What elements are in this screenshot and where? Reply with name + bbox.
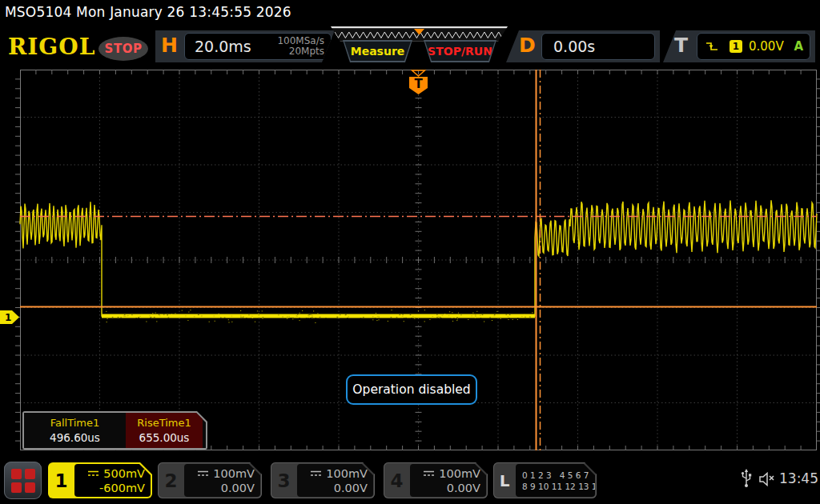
trigger-sweep-mode: A (794, 39, 803, 54)
channel3-number: 3 (271, 462, 297, 498)
logic-label: L (493, 462, 516, 498)
measure-button-label: Measure (351, 45, 405, 58)
channel2-number: 2 (158, 462, 184, 498)
menu-button[interactable] (4, 462, 42, 499)
channel1-marker-label: 1 (5, 312, 11, 323)
channel1-position-marker[interactable]: 1 (0, 310, 19, 324)
delay-label: D (519, 34, 536, 57)
sample-rate: 100MSa/s (277, 35, 324, 46)
channel2-button[interactable]: 2 100mV 0.00V (158, 462, 262, 498)
message-popup: Operation disabled (346, 374, 477, 405)
trigger-source-badge: 1 (730, 40, 742, 53)
horizontal-values: 20.0ms 100MSa/s 20Mpts (184, 33, 332, 60)
channel3-button[interactable]: 3 100mV 0.00V (271, 462, 375, 498)
measurement-name: FallTime1 (50, 417, 100, 429)
channel1-scale: 500mV (103, 466, 145, 481)
channel3-scale: 100mV (326, 466, 368, 481)
channel4-scale: 100mV (439, 466, 480, 481)
memory-depth: 20Mpts (289, 46, 324, 57)
model-and-datetime: MSO5104 Mon January 26 13:45:55 2026 (5, 4, 291, 20)
channel1-number: 1 (48, 462, 74, 498)
menu-grid-icon (11, 469, 35, 493)
channel1-button[interactable]: 1 500mV -600mV (48, 462, 152, 498)
horizontal-panel[interactable]: H 20.0ms 100MSa/s 20Mpts (155, 30, 335, 62)
trigger-panel[interactable]: T 1 0.00V A (663, 30, 815, 62)
falling-edge-icon (705, 41, 718, 52)
channel4-number: 4 (384, 462, 410, 498)
measure-button[interactable]: Measure (343, 40, 412, 62)
usb-icon (741, 469, 752, 488)
speaker-muted-icon (758, 472, 776, 486)
measurement-value: 655.00us (139, 431, 190, 444)
waveform-overview-strip[interactable] (331, 26, 508, 42)
dc-coupling-icon (197, 470, 209, 478)
measurement-falltime[interactable]: FallTime1 496.60us (24, 413, 126, 448)
timebase-value: 20.0ms (195, 38, 251, 55)
trigger-label: T (674, 34, 688, 57)
message-text: Operation disabled (352, 382, 470, 397)
dc-coupling-icon (423, 470, 435, 478)
measurement-value: 496.60us (50, 431, 100, 444)
measurement-panel: FallTime1 496.60us RiseTime1 655.00us (22, 411, 207, 450)
delay-panel[interactable]: D 0.00s (506, 30, 660, 62)
delay-value: 0.00s (553, 38, 595, 55)
horizontal-label: H (161, 34, 178, 57)
stop-run-button-label: STOP/RUN (428, 45, 492, 58)
logic-channels-row1: 0 1 2 3 4 5 6 7 (522, 470, 595, 481)
channel4-button[interactable]: 4 100mV 0.00V (384, 462, 488, 498)
svg-text:T: T (414, 77, 423, 91)
dc-coupling-icon (310, 470, 322, 478)
channel2-offset: 0.00V (221, 481, 255, 495)
trigger-level-value: 0.00V (749, 39, 784, 54)
channel4-offset: 0.00V (447, 481, 480, 495)
acquisition-info: 100MSa/s 20Mpts (277, 36, 324, 57)
channel3-offset: 0.00V (334, 481, 368, 495)
status-clock: 13:45 (779, 470, 818, 486)
run-state-badge: STOP (98, 37, 148, 61)
measurement-name: RiseTime1 (137, 417, 191, 429)
channel1-offset: -600mV (99, 481, 145, 495)
rigol-logo: RIGOL (8, 34, 95, 60)
stop-run-button[interactable]: STOP/RUN (424, 40, 496, 62)
logic-channels-row2: 8 9 10 11 12 13 14 15 (522, 481, 595, 492)
overview-waveform-thumbnail (331, 28, 508, 42)
channel2-scale: 100mV (213, 466, 255, 481)
logic-analyzer-button[interactable]: L 0 1 2 3 4 5 6 7 8 9 10 11 12 13 14 15 (493, 462, 597, 498)
dc-coupling-icon (87, 470, 99, 478)
measurement-risetime[interactable]: RiseTime1 655.00us (126, 413, 203, 448)
